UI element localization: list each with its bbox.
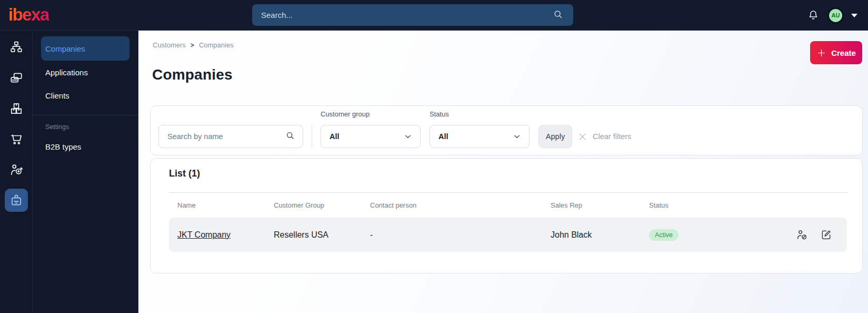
top-bar: ibexa AU <box>0 0 868 31</box>
customer-group-value: All <box>330 132 340 141</box>
breadcrumb: Customers > Companies <box>153 41 234 49</box>
nav-label: B2B types <box>45 142 81 151</box>
company-name-link[interactable]: JKT Company <box>177 230 231 240</box>
edit-company-button[interactable] <box>820 229 832 241</box>
column-header-contact-person: Contact person <box>370 201 551 209</box>
apply-button[interactable]: Apply <box>538 125 572 148</box>
name-search-input[interactable] <box>159 132 285 141</box>
close-icon <box>578 132 587 141</box>
column-header-status: Status <box>649 201 744 209</box>
app-window: ibexa AU <box>0 0 868 313</box>
filters-card: Customer group All Status All Apply Clea… <box>150 105 863 155</box>
chevron-down-icon <box>512 132 522 141</box>
plus-icon <box>816 48 826 58</box>
sidebar-item-b2b[interactable] <box>5 189 28 212</box>
status-label: Status <box>430 110 449 118</box>
name-search-field[interactable] <box>158 125 303 148</box>
user-menu-caret-icon[interactable] <box>851 14 857 17</box>
notifications-bell-icon[interactable] <box>806 8 820 22</box>
status-value: All <box>438 132 448 141</box>
status-cell: Active <box>649 229 744 241</box>
personalization-icon <box>9 163 23 177</box>
nav-label: Applications <box>45 68 88 77</box>
table-header-row: Name Customer Group Contact person Sales… <box>169 193 847 217</box>
clear-filters-button[interactable]: Clear filters <box>578 125 631 148</box>
breadcrumb-customers[interactable]: Customers <box>153 41 186 49</box>
sidebar-divider <box>33 115 138 115</box>
sidebar-item-products[interactable] <box>5 97 28 120</box>
clear-filters-label: Clear filters <box>593 132 631 141</box>
status-badge: Active <box>649 229 679 241</box>
sidebar-item-companies[interactable]: Companies <box>41 36 129 61</box>
ibexa-logo[interactable]: ibexa <box>8 5 49 25</box>
row-actions <box>795 229 839 241</box>
breadcrumb-companies[interactable]: Companies <box>199 41 234 49</box>
sidebar-item-clients[interactable]: Clients <box>41 84 129 107</box>
global-search-input[interactable] <box>252 11 552 19</box>
customer-group-label: Customer group <box>321 110 370 118</box>
customer-group-select[interactable]: All <box>321 125 421 148</box>
top-bar-actions: AU <box>806 0 857 31</box>
nav-label: Clients <box>45 91 69 100</box>
page-title: Companies <box>152 66 233 83</box>
sidebar-item-applications[interactable]: Applications <box>41 61 129 84</box>
list-heading-wrap: List (1) <box>169 159 847 193</box>
products-icon <box>9 102 23 115</box>
column-header-customer-group: Customer Group <box>274 201 370 209</box>
main-content: Customers > Companies Create Companies C… <box>138 31 868 313</box>
create-button[interactable]: Create <box>810 41 862 64</box>
list-heading: List (1) <box>169 168 847 179</box>
create-button-label: Create <box>831 48 856 57</box>
sidebar-item-content-structure[interactable] <box>5 36 28 59</box>
search-icon <box>285 130 295 143</box>
customer-group-cell: Resellers USA <box>274 230 370 240</box>
global-search[interactable] <box>252 4 573 26</box>
b2b-badge-icon <box>9 193 23 207</box>
nav-label: Companies <box>45 44 85 53</box>
sidebar-item-b2b-types[interactable]: B2B types <box>41 136 129 157</box>
companies-list-card: List (1) Name Customer Group Contact per… <box>150 158 863 273</box>
status-select[interactable]: All <box>430 125 530 148</box>
column-header-name: Name <box>177 201 274 209</box>
sidebar-item-commerce[interactable] <box>5 128 28 151</box>
search-icon <box>552 8 564 22</box>
chevron-down-icon <box>403 132 413 141</box>
table-row: JKT Company Resellers USA - John Black A… <box>169 218 847 252</box>
pages-icon <box>9 71 23 85</box>
icon-rail <box>0 31 33 313</box>
secondary-sidebar: Companies Applications Clients Settings … <box>33 31 138 313</box>
contact-person-cell: - <box>370 230 551 240</box>
sales-rep-cell: John Black <box>551 230 649 240</box>
breadcrumb-separator: > <box>191 42 194 49</box>
sidebar-item-pages[interactable] <box>5 66 28 90</box>
content-structure-icon <box>9 41 23 54</box>
sidebar-section-settings: Settings <box>45 123 138 131</box>
column-header-sales-rep: Sales Rep <box>551 201 649 209</box>
cart-icon <box>9 132 23 146</box>
filter-divider <box>312 125 312 148</box>
deactivate-user-icon <box>796 229 808 241</box>
deactivate-user-button[interactable] <box>795 229 808 241</box>
edit-icon <box>820 229 832 241</box>
user-avatar[interactable]: AU <box>827 7 844 24</box>
sidebar-item-personalization[interactable] <box>5 158 28 181</box>
